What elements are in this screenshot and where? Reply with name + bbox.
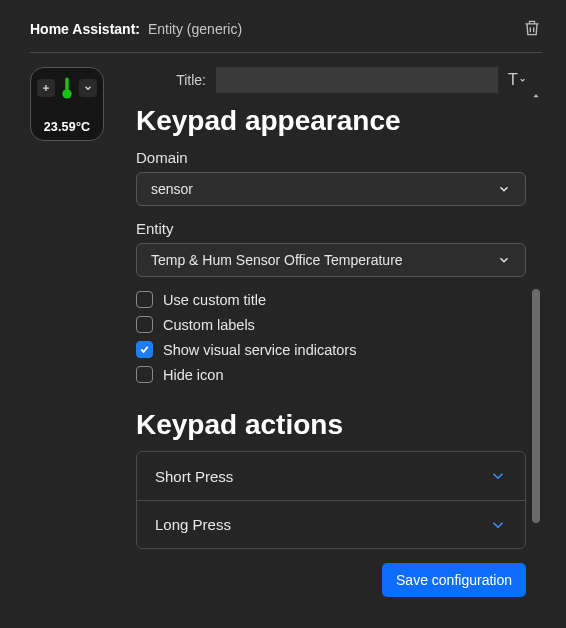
check-label: Show visual service indicators xyxy=(163,342,356,358)
chevron-down-icon xyxy=(497,182,511,196)
checkbox-icon xyxy=(136,341,153,358)
header-title-group: Home Assistant: Entity (generic) xyxy=(30,21,242,37)
check-custom-labels[interactable]: Custom labels xyxy=(136,316,526,333)
check-use-custom-title[interactable]: Use custom title xyxy=(136,291,526,308)
title-format-button[interactable]: T xyxy=(508,71,526,89)
title-row: Title: T xyxy=(136,67,526,93)
scrollbar-track[interactable] xyxy=(531,101,541,610)
checkbox-group: Use custom title Custom labels Show visu… xyxy=(136,291,526,383)
tile-top-row xyxy=(37,76,97,100)
entity-type: Entity (generic) xyxy=(148,21,242,37)
check-label: Hide icon xyxy=(163,367,223,383)
chevron-down-icon xyxy=(83,83,93,93)
tile-value: 23.59°C xyxy=(44,120,91,134)
config-form: Title: T Keypad appearance Domain sensor… xyxy=(136,67,530,610)
check-icon xyxy=(139,344,150,355)
action-long-press[interactable]: Long Press xyxy=(137,500,525,548)
svg-point-1 xyxy=(62,89,71,98)
entity-label: Entity xyxy=(136,220,526,237)
action-label: Short Press xyxy=(155,468,233,485)
footer: Save configuration xyxy=(136,563,526,597)
title-label: Title: xyxy=(136,72,206,88)
entity-value: Temp & Hum Sensor Office Temperature xyxy=(151,252,403,268)
check-label: Custom labels xyxy=(163,317,255,333)
actions-accordion: Short Press Long Press xyxy=(136,451,526,549)
header: Home Assistant: Entity (generic) xyxy=(30,18,542,52)
chevron-down-icon xyxy=(489,516,507,534)
action-short-press[interactable]: Short Press xyxy=(137,452,525,500)
scrollbar-thumb[interactable] xyxy=(532,289,540,523)
chevron-down-icon xyxy=(489,467,507,485)
scrollbar[interactable] xyxy=(530,67,542,610)
title-input[interactable] xyxy=(216,67,498,93)
check-label: Use custom title xyxy=(163,292,266,308)
domain-select[interactable]: sensor xyxy=(136,172,526,206)
trash-icon xyxy=(522,18,542,38)
tile-add-button[interactable] xyxy=(37,79,55,97)
domain-label: Domain xyxy=(136,149,526,166)
domain-value: sensor xyxy=(151,181,193,197)
checkbox-icon xyxy=(136,291,153,308)
preview-column: 23.59°C xyxy=(30,67,120,610)
check-hide-icon[interactable]: Hide icon xyxy=(136,366,526,383)
chevron-down-icon xyxy=(497,253,511,267)
save-button[interactable]: Save configuration xyxy=(382,563,526,597)
scroll-up-icon xyxy=(531,91,541,101)
delete-button[interactable] xyxy=(522,18,542,40)
checkbox-icon xyxy=(136,316,153,333)
chevron-down-icon xyxy=(519,76,526,84)
title-format-t: T xyxy=(508,71,518,89)
thermometer-icon xyxy=(60,76,74,100)
check-show-indicators[interactable]: Show visual service indicators xyxy=(136,341,526,358)
section-actions-heading: Keypad actions xyxy=(136,409,526,441)
entity-select[interactable]: Temp & Hum Sensor Office Temperature xyxy=(136,243,526,277)
action-label: Long Press xyxy=(155,516,231,533)
section-appearance-heading: Keypad appearance xyxy=(136,105,526,137)
keypad-preview-tile[interactable]: 23.59°C xyxy=(30,67,104,141)
app-name: Home Assistant: xyxy=(30,21,140,37)
divider xyxy=(30,52,542,53)
checkbox-icon xyxy=(136,366,153,383)
tile-expand-button[interactable] xyxy=(79,79,97,97)
plus-icon xyxy=(41,83,51,93)
svg-rect-0 xyxy=(65,78,69,91)
